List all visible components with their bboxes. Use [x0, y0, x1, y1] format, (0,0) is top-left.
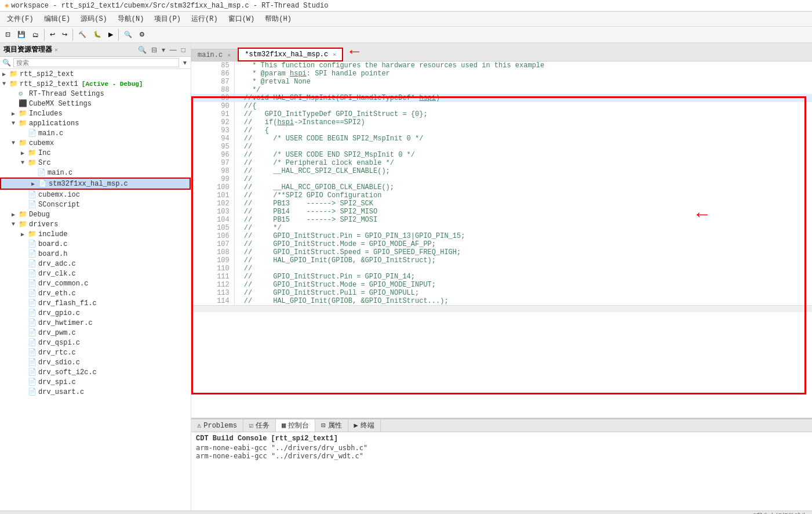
- panel-collapse-btn[interactable]: ⊟: [150, 45, 159, 55]
- line-number: 104: [191, 216, 235, 224]
- line-number: 89: [191, 94, 235, 102]
- tree-item-board-h[interactable]: 📄 board.h: [0, 249, 191, 259]
- code-line-113: 113 // GPIO_InitStruct.Pull = GPIO_NOPUL…: [191, 289, 812, 297]
- tree-arrow: ▶: [31, 180, 38, 187]
- toolbar-sep3: [118, 29, 119, 41]
- bottom-tab-problems[interactable]: ⚠ Problems: [191, 419, 243, 432]
- title-icon: ◈: [5, 1, 9, 10]
- code-editor[interactable]: 85 * This function configures the hardwa…: [191, 61, 812, 418]
- horizontal-scrollbar[interactable]: [191, 305, 812, 312]
- menu-help[interactable]: 帮助(H): [260, 13, 296, 25]
- line-number: 111: [191, 273, 235, 281]
- line-number: 102: [191, 200, 235, 208]
- folder-icon: 📁: [19, 139, 28, 147]
- toolbar-debug[interactable]: 🐛: [90, 29, 104, 40]
- tree-item-inc[interactable]: ▶ 📁 Inc: [0, 148, 191, 158]
- code-line-100: 100 // __HAL_RCC_GPIOB_CLK_ENABLE();: [191, 183, 812, 191]
- console-area: CDT Build Console [rtt_spi2_text1] arm-n…: [191, 432, 812, 511]
- tree-arrow: ▼: [12, 221, 19, 227]
- tree-item-include[interactable]: ▶ 📁 include: [0, 229, 191, 239]
- toolbar-save-all[interactable]: 🗂: [30, 30, 42, 40]
- tree-label: Src: [38, 159, 51, 167]
- tree-item-drv-pwm[interactable]: 📄drv_pwm.c: [0, 328, 191, 338]
- toolbar-save[interactable]: 💾: [14, 29, 28, 40]
- code-text: // PB15 ------> SPI2_MOSI: [242, 216, 812, 224]
- line-number: 96: [191, 151, 235, 159]
- menu-file[interactable]: 文件(F): [2, 13, 38, 25]
- panel-menu-btn[interactable]: ▾: [160, 45, 167, 55]
- tree-item-drv-hwtimer[interactable]: 📄drv_hwtimer.c: [0, 318, 191, 328]
- bottom-tab-console[interactable]: ▦ 控制台: [276, 419, 315, 432]
- arrow-left-icon: ←: [349, 43, 359, 61]
- menu-window[interactable]: 窗口(W): [224, 13, 260, 25]
- tree-item-drv-clk[interactable]: 📄drv_clk.c: [0, 269, 191, 278]
- tree-item-drv-common[interactable]: 📄drv_common.c: [0, 278, 191, 288]
- code-line-106: 106 // GPIO_InitStruct.Pin = GPIO_PIN_13…: [191, 232, 812, 240]
- tree-item-drv-eth[interactable]: 📄drv_eth.c: [0, 288, 191, 298]
- tree-item-rtthread-settings[interactable]: ⚙ RT-Thread Settings: [0, 89, 191, 99]
- status-bar: CSDN @我先去打把游戏先: [0, 511, 812, 514]
- panel-search-btn[interactable]: 🔍: [136, 45, 148, 55]
- panel-max-btn[interactable]: □: [180, 45, 187, 55]
- tree-item-src-main-c[interactable]: 📄 main.c: [0, 168, 191, 178]
- tree-item-drv-rtc[interactable]: 📄drv_rtc.c: [0, 348, 191, 357]
- tree-item-drv-adc[interactable]: 📄drv_adc.c: [0, 259, 191, 269]
- toolbar-undo[interactable]: ↩: [47, 29, 58, 40]
- tree-item-board-c[interactable]: 📄 board.c: [0, 239, 191, 249]
- tree-item-drv-i2c[interactable]: 📄drv_soft_i2c.c: [0, 367, 191, 377]
- folder-icon: 📁: [28, 230, 37, 238]
- tree-item-debug[interactable]: ▶ 📁 Debug: [0, 209, 191, 219]
- menu-edit[interactable]: 编辑(E): [39, 13, 75, 25]
- menu-run[interactable]: 运行(R): [187, 13, 223, 25]
- tab-main-c[interactable]: main.c ✕: [191, 49, 237, 61]
- tree-item-drv-sdio[interactable]: 📄drv_sdio.c: [0, 357, 191, 367]
- tree-item-src[interactable]: ▼ 📁 Src: [0, 158, 191, 168]
- tree-item-drv-usart[interactable]: 📄drv_usart.c: [0, 387, 191, 397]
- tree-item-rtt-spi2-text[interactable]: ▶ 📁 rtt_spi2_text: [0, 69, 191, 79]
- tree-item-sconscript[interactable]: 📄 SConscript: [0, 200, 191, 209]
- tree-item-drv-flash[interactable]: 📄drv_flash_f1.c: [0, 298, 191, 308]
- tab-hal-msp-close[interactable]: ✕: [333, 51, 336, 58]
- bottom-tab-properties[interactable]: ⊡ 属性: [315, 419, 348, 432]
- active-badge: [Active - Debug]: [82, 81, 143, 88]
- code-line-112: 112 // GPIO_InitStruct.Mode = GPIO_MODE_…: [191, 281, 812, 289]
- fold-marker: [235, 248, 242, 256]
- tree-arrow: ▶: [12, 110, 19, 117]
- bottom-tab-tasks[interactable]: ☑ 任务: [243, 419, 276, 432]
- tree-item-cubemx-settings[interactable]: ⬛ CubeMX Settings: [0, 99, 191, 108]
- menu-project[interactable]: 项目(P): [150, 13, 185, 25]
- tree-item-drv-spi[interactable]: 📄drv_spi.c: [0, 377, 191, 387]
- toolbar-build[interactable]: 🔨: [75, 29, 89, 40]
- bottom-tab-terminal[interactable]: ▶ 终端: [348, 419, 381, 432]
- tree-item-drv-gpio[interactable]: 📄drv_gpio.c: [0, 308, 191, 318]
- fold-marker: [235, 61, 242, 70]
- tab-main-c-close[interactable]: ✕: [227, 52, 231, 59]
- tree-item-app-main-c[interactable]: 📄 main.c: [0, 128, 191, 138]
- toolbar-redo[interactable]: ↪: [59, 29, 70, 40]
- tab-hal-msp[interactable]: *stm32f1xx_hal_msp.c ✕: [238, 48, 343, 61]
- menu-nav[interactable]: 导航(N): [113, 13, 149, 25]
- tree-item-cubemx[interactable]: ▼ 📁 cubemx: [0, 138, 191, 148]
- file-icon: 📄: [28, 200, 37, 209]
- toolbar-search[interactable]: 🔍: [121, 29, 135, 40]
- search-filter-btn[interactable]: ▾: [181, 58, 188, 67]
- menu-source[interactable]: 源码(S): [76, 13, 112, 25]
- search-input[interactable]: [13, 58, 179, 67]
- code-text: // GPIO_InitStruct.Mode = GPIO_MODE_AF_P…: [242, 240, 812, 248]
- toolbar-new[interactable]: ⊡: [2, 29, 13, 40]
- tree-item-cubemx-ioc[interactable]: 📄 cubemx.ioc: [0, 190, 191, 200]
- left-panel: 项目资源管理器 ✕ 🔍 ⊟ ▾ — □ 🔍 ▾ ▶ 📁 rtt_spi2_tex…: [0, 43, 191, 511]
- tree-item-hal-msp[interactable]: ▶ 📄 stm32f1xx_hal_msp.c: [0, 178, 191, 190]
- panel-min-btn[interactable]: —: [168, 45, 179, 55]
- tree-arrow: ▼: [12, 120, 19, 126]
- terminal-icon: ▶: [354, 421, 358, 430]
- tree-item-drv-qspi[interactable]: 📄drv_qspi.c: [0, 338, 191, 348]
- tree-item-includes[interactable]: ▶ 📁 Includes: [0, 108, 191, 118]
- tree-item-drivers[interactable]: ▼ 📁 drivers: [0, 219, 191, 229]
- tree-item-applications[interactable]: ▼ 📁 applications: [0, 118, 191, 128]
- fold-marker: [235, 159, 242, 167]
- tree-item-rtt-spi2-text1[interactable]: ▼ 📁 rtt_spi2_text1 [Active - Debug]: [0, 79, 191, 89]
- code-line-96: 96 // /* USER CODE END SPI2_MspInit 0 */: [191, 151, 812, 159]
- toolbar-run[interactable]: ▶: [105, 29, 116, 40]
- toolbar-settings[interactable]: ⚙: [136, 29, 148, 40]
